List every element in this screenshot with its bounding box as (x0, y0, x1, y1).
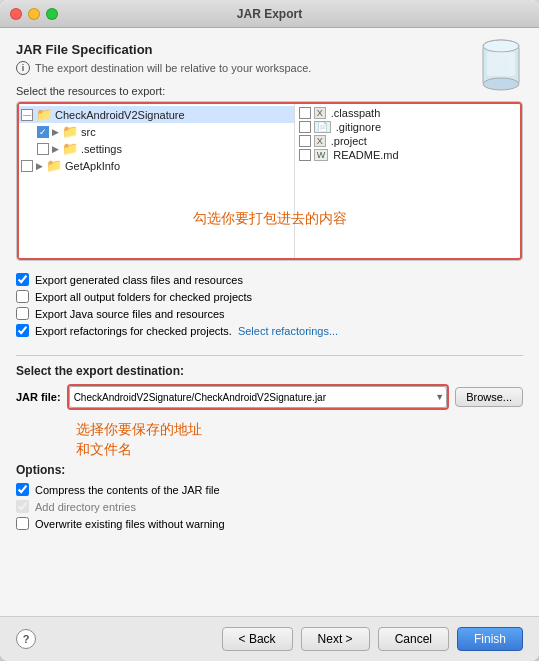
checkbox-row-export-refactor: Export refactorings for checked projects… (16, 322, 523, 339)
folder-icon-settings: 📁 (62, 141, 78, 156)
label-overwrite: Overwrite existing files without warning (35, 518, 225, 530)
checkbox-export-output[interactable] (16, 290, 29, 303)
select-refactorings-link[interactable]: Select refactorings... (238, 325, 338, 337)
resources-label: Select the resources to export: (16, 85, 523, 97)
window-title: JAR Export (237, 7, 302, 21)
help-button[interactable]: ? (16, 629, 36, 649)
footer-left: ? (16, 629, 36, 649)
checkbox-add-dir (16, 500, 29, 513)
tree-item-classpath[interactable]: X .classpath (295, 106, 522, 120)
jar-row-wrapper: JAR file: ▼ Browse... (16, 384, 523, 418)
label-export-refactor: Export refactorings for checked projects… (35, 325, 232, 337)
svg-point-2 (483, 78, 519, 90)
next-button[interactable]: Next > (301, 627, 370, 651)
tree-item-gitignore[interactable]: 📄 .gitignore (295, 120, 522, 134)
label-export-java: Export Java source files and resources (35, 308, 225, 320)
title-bar: JAR Export (0, 0, 539, 28)
svg-rect-4 (487, 52, 515, 76)
svg-point-3 (483, 40, 519, 52)
checkbox-get-apk[interactable] (21, 160, 33, 172)
browse-button[interactable]: Browse... (455, 387, 523, 407)
footer-right: < Back Next > Cancel Finish (222, 627, 523, 651)
file-icon-project: X (314, 135, 326, 147)
checkbox-classpath[interactable] (299, 107, 311, 119)
footer: ? < Back Next > Cancel Finish (0, 616, 539, 661)
file-icon-classpath: X (314, 107, 326, 119)
jar-dest-area: JAR file: ▼ Browse... (16, 384, 523, 418)
tree-item-check-android[interactable]: — 📁 CheckAndroidV2Signature (17, 106, 294, 123)
jar-file-label: JAR file: (16, 391, 61, 403)
minimize-button[interactable] (28, 8, 40, 20)
label-classpath: .classpath (331, 107, 381, 119)
cancel-button[interactable]: Cancel (378, 627, 449, 651)
folder-icon-check-android: 📁 (36, 107, 52, 122)
checkbox-readme[interactable] (299, 149, 311, 161)
checkbox-row-add-dir: Add directory entries (16, 498, 523, 515)
checkbox-export-class[interactable] (16, 273, 29, 286)
checkbox-row-export-output: Export all output folders for checked pr… (16, 288, 523, 305)
label-project: .project (331, 135, 367, 147)
file-icon-gitignore: 📄 (314, 121, 331, 133)
close-button[interactable] (10, 8, 22, 20)
divider (16, 355, 523, 356)
tree-item-project[interactable]: X .project (295, 134, 522, 148)
label-add-dir: Add directory entries (35, 501, 136, 513)
info-text: The export destination will be relative … (35, 62, 311, 74)
tree-item-readme[interactable]: W README.md (295, 148, 522, 162)
checkbox-gitignore[interactable] (299, 121, 311, 133)
label-check-android: CheckAndroidV2Signature (55, 109, 185, 121)
expand-settings: ▶ (52, 144, 59, 154)
folder-icon-get-apk: 📁 (46, 158, 62, 173)
maximize-button[interactable] (46, 8, 58, 20)
checkbox-project[interactable] (299, 135, 311, 147)
destination-label: Select the export destination: (16, 364, 523, 378)
checkbox-settings[interactable] (37, 143, 49, 155)
options-section: Options: Compress the contents of the JA… (16, 463, 523, 532)
expand-get-apk: ▶ (36, 161, 43, 171)
jar-file-row: JAR file: ▼ Browse... (16, 384, 523, 410)
info-row: i The export destination will be relativ… (16, 61, 523, 75)
jar-icon (479, 38, 523, 95)
label-export-output: Export all output folders for checked pr… (35, 291, 252, 303)
label-src: src (81, 126, 96, 138)
expand-src: ▶ (52, 127, 59, 137)
checkbox-src[interactable] (37, 126, 49, 138)
checkbox-row-compress: Compress the contents of the JAR file (16, 481, 523, 498)
label-readme: README.md (333, 149, 398, 161)
export-options-section: Export generated class files and resourc… (16, 271, 523, 339)
label-gitignore: .gitignore (336, 121, 381, 133)
right-tree-pane: X .classpath 📄 .gitignore X .project (295, 102, 522, 260)
tree-item-src[interactable]: ▶ 📁 src (17, 123, 294, 140)
checkbox-row-export-java: Export Java source files and resources (16, 305, 523, 322)
tree-item-get-apk[interactable]: ▶ 📁 GetApkInfo (17, 157, 294, 174)
label-get-apk: GetApkInfo (65, 160, 120, 172)
info-icon: i (16, 61, 30, 75)
annotation-destination: 选择你要保存的地址 和文件名 (76, 420, 523, 459)
export-panel: — 📁 CheckAndroidV2Signature ▶ 📁 src ▶ 📁 (16, 101, 523, 261)
label-settings: .settings (81, 143, 122, 155)
label-export-class: Export generated class files and resourc… (35, 274, 243, 286)
tree-item-settings[interactable]: ▶ 📁 .settings (17, 140, 294, 157)
folder-icon-src: 📁 (62, 124, 78, 139)
left-tree-pane: — 📁 CheckAndroidV2Signature ▶ 📁 src ▶ 📁 (17, 102, 295, 260)
checkbox-row-export-class: Export generated class files and resourc… (16, 271, 523, 288)
checkbox-row-overwrite: Overwrite existing files without warning (16, 515, 523, 532)
jar-file-input[interactable] (69, 386, 448, 408)
checkbox-compress[interactable] (16, 483, 29, 496)
jar-input-wrapper: ▼ (67, 384, 450, 410)
back-button[interactable]: < Back (222, 627, 293, 651)
checkbox-check-android[interactable]: — (21, 109, 33, 121)
main-content: JAR File Specification i The export dest… (0, 28, 539, 616)
file-icon-readme: W (314, 149, 329, 161)
finish-button[interactable]: Finish (457, 627, 523, 651)
label-compress: Compress the contents of the JAR file (35, 484, 220, 496)
window-controls (10, 8, 58, 20)
options-label: Options: (16, 463, 523, 477)
checkbox-export-java[interactable] (16, 307, 29, 320)
jar-export-window: JAR Export JAR File Specification i The … (0, 0, 539, 661)
section-title: JAR File Specification (16, 42, 523, 57)
checkbox-export-refactor[interactable] (16, 324, 29, 337)
checkbox-overwrite[interactable] (16, 517, 29, 530)
